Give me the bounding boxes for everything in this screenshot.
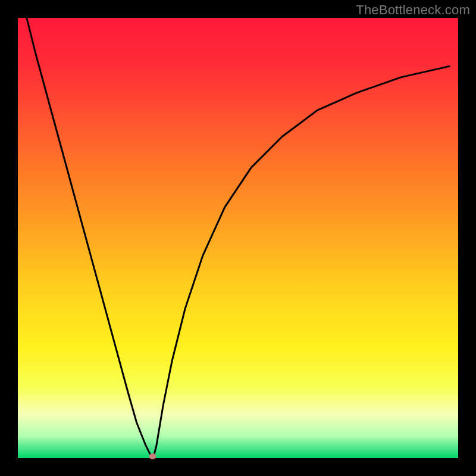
optimal-point-marker bbox=[149, 453, 156, 459]
plot-background bbox=[18, 18, 458, 458]
watermark-label: TheBottleneck.com bbox=[356, 2, 470, 18]
chart-container: TheBottleneck.com bbox=[0, 0, 476, 476]
bottleneck-chart bbox=[0, 0, 476, 476]
